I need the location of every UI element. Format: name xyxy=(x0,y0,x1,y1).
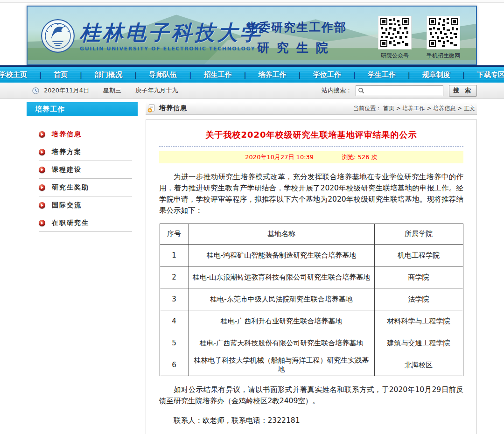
date-display: 2020年11月4日 星期三 庚子年九月十九 xyxy=(44,86,190,95)
nav-item-degree[interactable]: 学位工作 xyxy=(301,70,353,79)
clock-icon xyxy=(32,87,39,94)
date-gregorian: 2020年11月4日 xyxy=(44,87,89,94)
table-row: 6 桂林电子科技大学机械（船舶与海洋工程）研究生实践基地 北海校区 xyxy=(160,354,463,376)
red-bullet-icon xyxy=(39,184,45,191)
article-title: 关于我校2020年校级研究生联培基地评审结果的公示 xyxy=(159,129,463,140)
page-top-strip xyxy=(0,0,504,3)
cell-index: 2 xyxy=(160,266,189,288)
search-icon xyxy=(358,87,364,94)
sidebar-item-label: 培养方案 xyxy=(52,148,82,156)
cell-index: 5 xyxy=(160,332,189,354)
nav-item-training[interactable]: 培养工作 xyxy=(246,70,299,79)
cell-college: 北海校区 xyxy=(374,354,463,376)
nav-item-department-overview[interactable]: 部门概况 xyxy=(82,70,134,79)
article-paragraph-intro: 为进一步推动研究生培养模式改革，充分发挥联合培养基地在专业学位研究生培养中的作用… xyxy=(159,171,463,216)
cell-index: 4 xyxy=(160,310,189,332)
nav-item-regulations[interactable]: 规章制度 xyxy=(410,70,462,79)
cell-college: 法学院 xyxy=(374,288,463,310)
cell-college: 机电工程学院 xyxy=(374,245,463,266)
red-bullet-icon xyxy=(39,149,45,155)
table-row: 5 桂电-广西蓝天科技股份有限公司研究生联合培养基地 建筑与交通工程学院 xyxy=(160,332,463,354)
sidebar-item-grad-funding[interactable]: 研究生奖助 xyxy=(39,179,132,196)
nav-item-home[interactable]: 首页 xyxy=(42,70,80,79)
sidebar-item-label: 课程建设 xyxy=(52,166,82,174)
red-bullet-icon xyxy=(39,131,45,138)
sidebar-item-course-construction[interactable]: 课程建设 xyxy=(39,161,132,179)
cell-base-name: 桂电-东莞市中级人民法院研究生联合培养基地 xyxy=(189,288,374,310)
search-input[interactable] xyxy=(356,85,443,96)
university-name-chinese: 桂林电子科技大学 xyxy=(80,22,263,43)
section-title: 培养信息 xyxy=(159,104,187,112)
date-search-bar: 2020年11月4日 星期三 庚子年九月十九 站内搜索： 搜 索 xyxy=(0,83,504,99)
section-header-bar: 培养信息 当前位置： 首页 > 培养工作 > 培养信息 > 正文 xyxy=(146,102,477,115)
document-icon xyxy=(147,104,155,112)
sidebar-item-inservice-grad[interactable]: 在职研究生 xyxy=(39,214,132,232)
site-search-label: 站内搜索： xyxy=(322,86,352,95)
breadcrumb[interactable]: 当前位置： 首页 > 培养工作 > 培养信息 > 正文 xyxy=(353,105,477,112)
sidebar: 培养工作 培养信息 培养方案 课程建设 研究生奖助 国际交流 xyxy=(27,102,138,237)
department-title-line2: 研究生院 xyxy=(246,40,347,56)
department-title-line1: 党委研究生工作部 xyxy=(246,20,347,35)
qr-label-official-account: 研院公众号 xyxy=(378,52,412,60)
cell-base-name: 桂电-鸿程矿山智能装备制造研究生联合培养基地 xyxy=(189,245,374,266)
table-row: 1 桂电-鸿程矿山智能装备制造研究生联合培养基地 机电工程学院 xyxy=(160,245,463,266)
university-logo xyxy=(41,19,75,53)
article: 关于我校2020年校级研究生联培基地评审结果的公示 2020年10月27日 10… xyxy=(146,119,477,434)
column-header-college: 所属学院 xyxy=(374,224,463,245)
article-meta-bar: 2020年10月27日 10:39 浏览: 526 次 xyxy=(159,151,463,163)
cell-college: 材料科学与工程学院 xyxy=(374,310,463,332)
sidebar-item-training-plan[interactable]: 培养方案 xyxy=(39,143,132,161)
dashed-divider xyxy=(159,146,463,147)
nav-item-school-home[interactable]: 学校主页 xyxy=(0,70,39,79)
table-row: 3 桂电-东莞市中级人民法院研究生联合培养基地 法学院 xyxy=(160,288,463,310)
nav-item-downloads[interactable]: 下载专区 xyxy=(465,70,504,79)
main-navigation: 学校主页 | 首页 | 部门概况 | 导师队伍 | 招生工作 | 培养工作 | … xyxy=(0,65,504,83)
sidebar-item-label: 国际交流 xyxy=(52,201,82,210)
nav-item-student-affairs[interactable]: 学生工作 xyxy=(356,70,408,79)
sidebar-item-label: 培养信息 xyxy=(52,130,82,139)
qr-code-mobile-admissions xyxy=(427,16,460,49)
qr-label-mobile-admissions: 手机招生微网 xyxy=(427,52,460,60)
article-contact-line: 联系人：欧老师，联系电话：2322181 xyxy=(159,416,463,426)
date-lunar: 庚子年九月十九 xyxy=(135,87,178,94)
table-header-row: 序号 基地名称 所属学院 xyxy=(160,224,463,245)
column-header-base-name: 基地名称 xyxy=(189,224,374,245)
nav-item-admissions[interactable]: 招生工作 xyxy=(191,70,244,79)
cell-college: 商学院 xyxy=(374,266,463,288)
sidebar-item-international-exchange[interactable]: 国际交流 xyxy=(39,196,132,214)
red-bullet-icon xyxy=(39,167,45,173)
cell-base-name: 桂电-广西利升石业研究生联合培养基地 xyxy=(189,310,374,332)
cell-index: 1 xyxy=(160,245,189,266)
sidebar-title: 培养工作 xyxy=(27,102,138,116)
column-header-index: 序号 xyxy=(160,224,189,245)
sidebar-item-label: 在职研究生 xyxy=(52,219,89,227)
cell-base-name: 桂电-广西蓝天科技股份有限公司研究生联合培养基地 xyxy=(189,332,374,354)
table-row: 2 桂电-山东浪潮铸远教育科技有限公司研究生联合培养基地 商学院 xyxy=(160,266,463,288)
red-bullet-icon xyxy=(39,202,45,209)
qr-code-official-account xyxy=(378,16,412,49)
cell-college: 建筑与交通工程学院 xyxy=(374,332,463,354)
search-button[interactable]: 搜 索 xyxy=(449,85,477,97)
sidebar-item-label: 研究生奖助 xyxy=(52,183,89,192)
sidebar-item-training-info[interactable]: 培养信息 xyxy=(39,126,132,143)
site-banner: 桂林电子科技大学 GUILIN UNIVERSITY OF ELECTRONIC… xyxy=(27,6,477,65)
article-date: 2020年10月27日 10:39 xyxy=(245,154,314,161)
cell-index: 6 xyxy=(160,354,189,376)
article-views: 浏览: 526 次 xyxy=(342,154,377,161)
university-name-english: GUILIN UNIVERSITY OF ELECTRONIC TECHNOLO… xyxy=(80,46,263,52)
cell-base-name: 桂电-山东浪潮铸远教育科技有限公司研究生联合培养基地 xyxy=(189,266,374,288)
cell-base-name: 桂林电子科技大学机械（船舶与海洋工程）研究生实践基地 xyxy=(189,354,374,376)
base-results-table: 序号 基地名称 所属学院 1 桂电-鸿程矿山智能装备制造研究生联合培养基地 机电… xyxy=(160,224,463,376)
nav-item-supervisors[interactable]: 导师队伍 xyxy=(137,70,189,79)
red-bullet-icon xyxy=(39,220,45,226)
cell-index: 3 xyxy=(160,288,189,310)
table-row: 4 桂电-广西利升石业研究生联合培养基地 材料科学与工程学院 xyxy=(160,310,463,332)
date-weekday: 星期三 xyxy=(103,87,121,94)
article-paragraph-objection: 如对公示结果有异议，请以书面形式并署真实姓名和联系方式，于2020年10月29日… xyxy=(159,384,463,406)
